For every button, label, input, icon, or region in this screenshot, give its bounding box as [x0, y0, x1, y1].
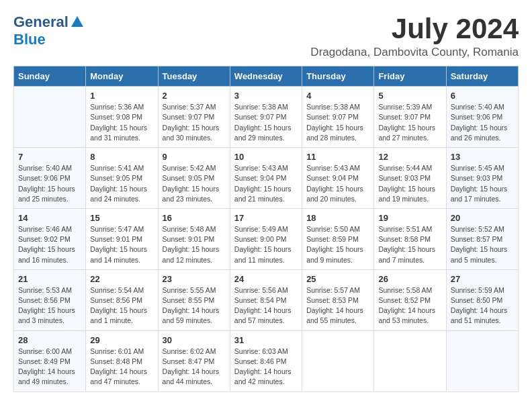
- day-info: Sunrise: 6:03 AM Sunset: 8:46 PM Dayligh…: [234, 347, 298, 387]
- day-number: 20: [451, 213, 514, 223]
- calendar-cell: 27Sunrise: 5:59 AM Sunset: 8:50 PM Dayli…: [446, 269, 518, 330]
- day-number: 3: [234, 91, 298, 101]
- day-info: Sunrise: 5:48 AM Sunset: 9:01 PM Dayligh…: [163, 224, 226, 265]
- day-info: Sunrise: 5:54 AM Sunset: 8:56 PM Dayligh…: [90, 285, 153, 326]
- day-number: 23: [163, 274, 226, 284]
- header-wednesday: Wednesday: [230, 66, 302, 87]
- calendar-cell: 8Sunrise: 5:41 AM Sunset: 9:05 PM Daylig…: [86, 148, 158, 209]
- calendar-cell: 21Sunrise: 5:53 AM Sunset: 8:56 PM Dayli…: [14, 269, 86, 330]
- calendar-week-5: 28Sunrise: 6:00 AM Sunset: 8:49 PM Dayli…: [14, 330, 519, 392]
- day-number: 7: [18, 152, 81, 162]
- header-friday: Friday: [374, 66, 446, 87]
- calendar-week-4: 21Sunrise: 5:53 AM Sunset: 8:56 PM Dayli…: [14, 269, 519, 330]
- day-info: Sunrise: 5:57 AM Sunset: 8:53 PM Dayligh…: [306, 285, 369, 326]
- day-number: 15: [90, 213, 153, 223]
- day-number: 24: [234, 274, 298, 284]
- header-thursday: Thursday: [302, 66, 374, 87]
- day-info: Sunrise: 5:42 AM Sunset: 9:05 PM Dayligh…: [163, 163, 226, 204]
- day-number: 17: [234, 213, 298, 223]
- calendar-cell: 18Sunrise: 5:50 AM Sunset: 8:59 PM Dayli…: [302, 208, 374, 269]
- day-number: 6: [451, 91, 514, 101]
- calendar-cell: 6Sunrise: 5:40 AM Sunset: 9:06 PM Daylig…: [446, 87, 518, 148]
- calendar-cell: 5Sunrise: 5:39 AM Sunset: 9:07 PM Daylig…: [374, 87, 446, 148]
- calendar-cell: [14, 87, 86, 148]
- day-number: 16: [163, 213, 226, 223]
- calendar-cell: 30Sunrise: 6:02 AM Sunset: 8:47 PM Dayli…: [158, 330, 230, 392]
- calendar-cell: 9Sunrise: 5:42 AM Sunset: 9:05 PM Daylig…: [158, 148, 230, 209]
- calendar-week-3: 14Sunrise: 5:46 AM Sunset: 9:02 PM Dayli…: [14, 208, 519, 269]
- day-number: 5: [378, 91, 441, 101]
- day-number: 28: [18, 335, 81, 345]
- header-saturday: Saturday: [446, 66, 518, 87]
- calendar-cell: [374, 330, 446, 392]
- day-info: Sunrise: 5:53 AM Sunset: 8:56 PM Dayligh…: [18, 285, 81, 326]
- header-sunday: Sunday: [14, 66, 86, 87]
- calendar-cell: 2Sunrise: 5:37 AM Sunset: 9:07 PM Daylig…: [158, 87, 230, 148]
- logo: General Blue: [13, 13, 85, 48]
- location-title: Dragodana, Dambovita County, Romania: [310, 46, 519, 59]
- day-info: Sunrise: 6:01 AM Sunset: 8:48 PM Dayligh…: [90, 347, 153, 387]
- calendar-cell: 4Sunrise: 5:38 AM Sunset: 9:07 PM Daylig…: [302, 87, 374, 148]
- header-monday: Monday: [86, 66, 158, 87]
- day-info: Sunrise: 5:59 AM Sunset: 8:50 PM Dayligh…: [451, 285, 514, 326]
- title-area: July 2024 Dragodana, Dambovita County, R…: [310, 13, 519, 59]
- day-info: Sunrise: 5:49 AM Sunset: 9:00 PM Dayligh…: [234, 224, 298, 265]
- day-number: 27: [451, 274, 514, 284]
- day-number: 25: [306, 274, 369, 284]
- day-info: Sunrise: 5:55 AM Sunset: 8:55 PM Dayligh…: [163, 285, 226, 326]
- calendar-cell: 28Sunrise: 6:00 AM Sunset: 8:49 PM Dayli…: [14, 330, 86, 392]
- page-header: General Blue July 2024 Dragodana, Dambov…: [13, 13, 519, 59]
- day-number: 1: [90, 91, 153, 101]
- calendar-cell: 19Sunrise: 5:51 AM Sunset: 8:58 PM Dayli…: [374, 208, 446, 269]
- day-number: 4: [306, 91, 369, 101]
- day-info: Sunrise: 5:52 AM Sunset: 8:57 PM Dayligh…: [451, 224, 514, 265]
- calendar-cell: [446, 330, 518, 392]
- day-info: Sunrise: 6:00 AM Sunset: 8:49 PM Dayligh…: [18, 347, 81, 387]
- calendar-cell: 1Sunrise: 5:36 AM Sunset: 9:08 PM Daylig…: [86, 87, 158, 148]
- day-info: Sunrise: 5:38 AM Sunset: 9:07 PM Dayligh…: [306, 102, 369, 143]
- logo-blue: Blue: [13, 31, 46, 48]
- calendar-week-2: 7Sunrise: 5:40 AM Sunset: 9:06 PM Daylig…: [14, 148, 519, 209]
- logo-icon: [70, 15, 85, 30]
- day-info: Sunrise: 5:56 AM Sunset: 8:54 PM Dayligh…: [234, 285, 298, 326]
- day-number: 11: [306, 152, 369, 162]
- calendar-cell: 12Sunrise: 5:44 AM Sunset: 9:03 PM Dayli…: [374, 148, 446, 209]
- header-tuesday: Tuesday: [158, 66, 230, 87]
- day-info: Sunrise: 5:37 AM Sunset: 9:07 PM Dayligh…: [163, 102, 226, 143]
- calendar-cell: 13Sunrise: 5:45 AM Sunset: 9:03 PM Dayli…: [446, 148, 518, 209]
- day-number: 21: [18, 274, 81, 284]
- calendar-cell: 24Sunrise: 5:56 AM Sunset: 8:54 PM Dayli…: [230, 269, 302, 330]
- calendar-cell: 31Sunrise: 6:03 AM Sunset: 8:46 PM Dayli…: [230, 330, 302, 392]
- calendar-cell: 25Sunrise: 5:57 AM Sunset: 8:53 PM Dayli…: [302, 269, 374, 330]
- day-info: Sunrise: 5:44 AM Sunset: 9:03 PM Dayligh…: [378, 163, 441, 204]
- day-info: Sunrise: 5:41 AM Sunset: 9:05 PM Dayligh…: [90, 163, 153, 204]
- calendar-cell: 15Sunrise: 5:47 AM Sunset: 9:01 PM Dayli…: [86, 208, 158, 269]
- calendar-table: Sunday Monday Tuesday Wednesday Thursday…: [13, 66, 519, 392]
- day-info: Sunrise: 5:45 AM Sunset: 9:03 PM Dayligh…: [451, 163, 514, 204]
- logo-general: General: [13, 13, 69, 31]
- day-number: 8: [90, 152, 153, 162]
- day-number: 26: [378, 274, 441, 284]
- calendar-cell: 3Sunrise: 5:38 AM Sunset: 9:07 PM Daylig…: [230, 87, 302, 148]
- month-title: July 2024: [310, 13, 519, 44]
- day-info: Sunrise: 5:43 AM Sunset: 9:04 PM Dayligh…: [306, 163, 369, 204]
- day-info: Sunrise: 5:43 AM Sunset: 9:04 PM Dayligh…: [234, 163, 298, 204]
- calendar-cell: 26Sunrise: 5:58 AM Sunset: 8:52 PM Dayli…: [374, 269, 446, 330]
- calendar-cell: 11Sunrise: 5:43 AM Sunset: 9:04 PM Dayli…: [302, 148, 374, 209]
- day-number: 12: [378, 152, 441, 162]
- calendar-cell: 22Sunrise: 5:54 AM Sunset: 8:56 PM Dayli…: [86, 269, 158, 330]
- calendar-header: Sunday Monday Tuesday Wednesday Thursday…: [14, 66, 519, 87]
- calendar-cell: 29Sunrise: 6:01 AM Sunset: 8:48 PM Dayli…: [86, 330, 158, 392]
- day-number: 18: [306, 213, 369, 223]
- day-number: 19: [378, 213, 441, 223]
- day-number: 22: [90, 274, 153, 284]
- day-info: Sunrise: 5:38 AM Sunset: 9:07 PM Dayligh…: [234, 102, 298, 143]
- day-number: 13: [451, 152, 514, 162]
- day-number: 29: [90, 335, 153, 345]
- day-info: Sunrise: 5:39 AM Sunset: 9:07 PM Dayligh…: [378, 102, 441, 143]
- day-number: 30: [163, 335, 226, 345]
- day-number: 9: [163, 152, 226, 162]
- calendar-cell: 10Sunrise: 5:43 AM Sunset: 9:04 PM Dayli…: [230, 148, 302, 209]
- svg-marker-0: [71, 16, 83, 27]
- calendar-cell: 20Sunrise: 5:52 AM Sunset: 8:57 PM Dayli…: [446, 208, 518, 269]
